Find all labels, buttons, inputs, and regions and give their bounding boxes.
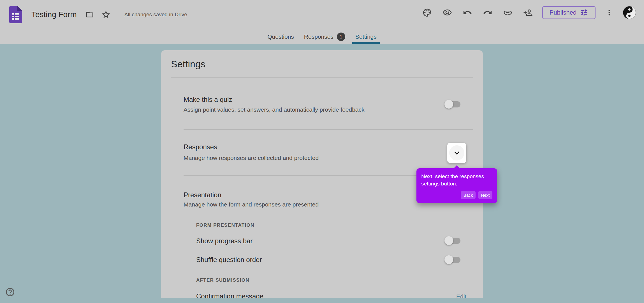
responses-section-description: Manage how responses are collected and p… — [184, 155, 319, 161]
tooltip-actions: Back Next — [421, 191, 492, 199]
responses-count-badge: 1 — [337, 33, 345, 41]
toggle-knob — [444, 100, 453, 109]
google-forms-settings-screen: { "header": { "title": "Testing Form", "… — [0, 0, 644, 303]
tutorial-tooltip: Next, select the responses settings butt… — [416, 168, 497, 203]
toggle-knob — [444, 255, 453, 264]
confirmation-message-edit-button[interactable]: Edit — [456, 293, 466, 298]
tab-questions-label: Questions — [267, 33, 294, 40]
tab-questions[interactable]: Questions — [264, 29, 297, 44]
shuffle-question-order-label: Shuffle question order — [196, 256, 262, 264]
confirmation-message-label: Confirmation message — [196, 292, 263, 298]
form-presentation-heading: FORM PRESENTATION — [196, 222, 254, 228]
show-progress-bar-label: Show progress bar — [196, 237, 252, 245]
presentation-section-description: Manage how the form and responses are pr… — [184, 201, 319, 208]
tooltip-back-button[interactable]: Back — [461, 191, 476, 199]
shuffle-question-order-toggle[interactable] — [445, 257, 460, 263]
tooltip-next-button[interactable]: Next — [478, 191, 492, 199]
active-tab-indicator — [352, 42, 380, 44]
after-submission-heading: AFTER SUBMISSION — [196, 277, 249, 283]
toggle-knob — [444, 236, 453, 245]
divider — [171, 77, 473, 78]
show-progress-bar-toggle[interactable] — [445, 238, 460, 244]
tooltip-message: Next, select the responses settings butt… — [421, 173, 492, 187]
responses-section-title: Responses — [184, 143, 217, 151]
tab-responses-label: Responses — [304, 33, 333, 40]
responses-expand-button[interactable] — [447, 143, 466, 163]
tab-responses[interactable]: Responses 1 — [301, 29, 349, 44]
chevron-down-icon — [452, 148, 462, 158]
help-button[interactable] — [4, 286, 16, 299]
tab-bar: Questions Responses 1 Settings — [0, 0, 644, 44]
quiz-section-title: Make this a quiz — [184, 96, 232, 104]
tab-settings[interactable]: Settings — [352, 29, 380, 44]
quiz-section-description: Assign point values, set answers, and au… — [184, 106, 365, 113]
settings-page-title: Settings — [171, 59, 205, 70]
tab-settings-label: Settings — [355, 33, 377, 40]
app-bar: Testing Form All changes saved in Drive … — [0, 0, 644, 44]
help-icon — [5, 287, 15, 297]
quiz-toggle[interactable] — [445, 101, 460, 107]
presentation-section-title: Presentation — [184, 191, 221, 199]
divider — [184, 129, 473, 130]
tooltip-arrow — [453, 165, 460, 169]
